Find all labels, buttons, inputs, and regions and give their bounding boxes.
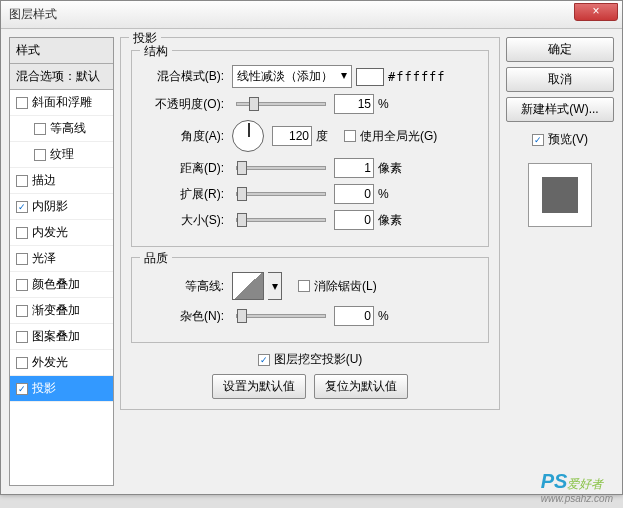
- opacity-slider[interactable]: [236, 102, 326, 106]
- blend-mode-value: 线性减淡（添加）: [237, 68, 333, 85]
- reset-default-button[interactable]: 复位为默认值: [314, 374, 408, 399]
- spread-slider[interactable]: [236, 192, 326, 196]
- quality-title: 品质: [140, 250, 172, 267]
- drop-shadow-group: 投影 结构 混合模式(B): 线性减淡（添加）▾ #ffffff 不透明度(O)…: [120, 37, 500, 410]
- ok-button[interactable]: 确定: [506, 37, 614, 62]
- contour-picker[interactable]: [232, 272, 264, 300]
- style-checkbox[interactable]: [16, 253, 28, 265]
- style-label: 渐变叠加: [32, 302, 80, 319]
- contour-label: 等高线:: [142, 278, 228, 295]
- new-style-button[interactable]: 新建样式(W)...: [506, 97, 614, 122]
- opacity-label: 不透明度(O):: [142, 96, 228, 113]
- structure-title: 结构: [140, 43, 172, 60]
- degree-label: 度: [316, 128, 328, 145]
- style-label: 外发光: [32, 354, 68, 371]
- window-title: 图层样式: [9, 6, 57, 23]
- percent-label-3: %: [378, 309, 389, 323]
- angle-label: 角度(A):: [142, 128, 228, 145]
- dialog-buttons-panel: 确定 取消 新建样式(W)... ✓ 预览(V): [506, 37, 614, 486]
- anti-alias-checkbox[interactable]: [298, 280, 310, 292]
- style-label: 描边: [32, 172, 56, 189]
- watermark-ps: PS: [541, 470, 568, 492]
- quality-group: 品质 等高线: ▾ 消除锯齿(L) 杂色(N): %: [131, 257, 489, 343]
- style-item-2[interactable]: 纹理: [10, 142, 113, 168]
- style-checkbox[interactable]: [16, 279, 28, 291]
- spread-label: 扩展(R):: [142, 186, 228, 203]
- knockout-checkbox[interactable]: ✓: [258, 354, 270, 366]
- percent-label-2: %: [378, 187, 389, 201]
- opacity-input[interactable]: [334, 94, 374, 114]
- titlebar[interactable]: 图层样式 ×: [1, 1, 622, 29]
- distance-label: 距离(D):: [142, 160, 228, 177]
- style-checkbox[interactable]: ✓: [16, 383, 28, 395]
- contour-dropdown-arrow[interactable]: ▾: [268, 272, 282, 300]
- angle-dial[interactable]: [232, 120, 264, 152]
- style-item-7[interactable]: 颜色叠加: [10, 272, 113, 298]
- distance-slider[interactable]: [236, 166, 326, 170]
- style-label: 纹理: [50, 146, 74, 163]
- structure-group: 结构 混合模式(B): 线性减淡（添加）▾ #ffffff 不透明度(O): %: [131, 50, 489, 247]
- style-item-4[interactable]: ✓内阴影: [10, 194, 113, 220]
- knockout-label: 图层挖空投影(U): [274, 351, 363, 368]
- style-item-6[interactable]: 光泽: [10, 246, 113, 272]
- watermark-url: www.psahz.com: [541, 493, 613, 504]
- watermark-text: 爱好者: [567, 477, 603, 491]
- style-item-1[interactable]: 等高线: [10, 116, 113, 142]
- style-checkbox[interactable]: [34, 149, 46, 161]
- style-checkbox[interactable]: [16, 175, 28, 187]
- size-label: 大小(S):: [142, 212, 228, 229]
- close-button[interactable]: ×: [574, 3, 618, 21]
- style-item-11[interactable]: ✓投影: [10, 376, 113, 402]
- chevron-down-icon: ▾: [341, 68, 347, 85]
- distance-input[interactable]: [334, 158, 374, 178]
- angle-input[interactable]: [272, 126, 312, 146]
- anti-alias-label: 消除锯齿(L): [314, 278, 377, 295]
- settings-panel: 投影 结构 混合模式(B): 线性减淡（添加）▾ #ffffff 不透明度(O)…: [120, 37, 500, 486]
- style-checkbox[interactable]: [16, 227, 28, 239]
- preview-checkbox[interactable]: ✓: [532, 134, 544, 146]
- style-checkbox[interactable]: ✓: [16, 201, 28, 213]
- styles-header[interactable]: 样式: [10, 38, 113, 64]
- preview-label: 预览(V): [548, 131, 588, 148]
- style-item-0[interactable]: 斜面和浮雕: [10, 90, 113, 116]
- px-label-2: 像素: [378, 212, 402, 229]
- style-label: 光泽: [32, 250, 56, 267]
- style-item-9[interactable]: 图案叠加: [10, 324, 113, 350]
- style-label: 投影: [32, 380, 56, 397]
- style-label: 颜色叠加: [32, 276, 80, 293]
- blend-options-default[interactable]: 混合选项：默认: [10, 64, 113, 90]
- style-item-10[interactable]: 外发光: [10, 350, 113, 376]
- watermark: PS爱好者 www.psahz.com: [541, 470, 613, 504]
- noise-label: 杂色(N):: [142, 308, 228, 325]
- noise-input[interactable]: [334, 306, 374, 326]
- style-label: 等高线: [50, 120, 86, 137]
- style-item-3[interactable]: 描边: [10, 168, 113, 194]
- style-item-8[interactable]: 渐变叠加: [10, 298, 113, 324]
- make-default-button[interactable]: 设置为默认值: [212, 374, 306, 399]
- noise-slider[interactable]: [236, 314, 326, 318]
- styles-list-panel: 样式 混合选项：默认 斜面和浮雕等高线纹理描边✓内阴影内发光光泽颜色叠加渐变叠加…: [9, 37, 114, 486]
- hex-label: #ffffff: [388, 70, 446, 84]
- blend-mode-label: 混合模式(B):: [142, 68, 228, 85]
- px-label: 像素: [378, 160, 402, 177]
- size-slider[interactable]: [236, 218, 326, 222]
- style-checkbox[interactable]: [16, 357, 28, 369]
- layer-style-dialog: 图层样式 × 样式 混合选项：默认 斜面和浮雕等高线纹理描边✓内阴影内发光光泽颜…: [0, 0, 623, 495]
- style-checkbox[interactable]: [16, 97, 28, 109]
- size-input[interactable]: [334, 210, 374, 230]
- style-label: 内发光: [32, 224, 68, 241]
- cancel-button[interactable]: 取消: [506, 67, 614, 92]
- global-light-checkbox[interactable]: [344, 130, 356, 142]
- blend-mode-dropdown[interactable]: 线性减淡（添加）▾: [232, 65, 352, 88]
- style-checkbox[interactable]: [16, 305, 28, 317]
- global-light-label: 使用全局光(G): [360, 128, 437, 145]
- percent-label: %: [378, 97, 389, 111]
- style-item-5[interactable]: 内发光: [10, 220, 113, 246]
- preview-swatch: [542, 177, 578, 213]
- spread-input[interactable]: [334, 184, 374, 204]
- style-label: 内阴影: [32, 198, 68, 215]
- color-swatch[interactable]: [356, 68, 384, 86]
- style-checkbox[interactable]: [16, 331, 28, 343]
- preview-box: [528, 163, 592, 227]
- style-checkbox[interactable]: [34, 123, 46, 135]
